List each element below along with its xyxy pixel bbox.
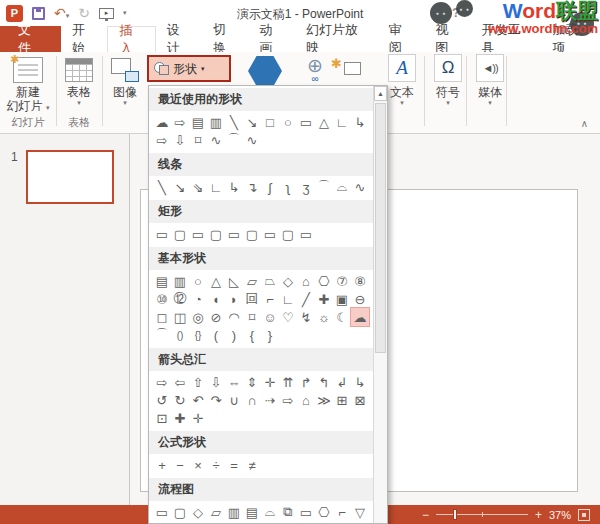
shape-item[interactable]: ◫ bbox=[171, 308, 189, 326]
shape-item[interactable]: ⇨ bbox=[171, 113, 189, 131]
shape-item[interactable]: ∟ bbox=[207, 178, 225, 196]
shape-item[interactable]: ◎ bbox=[189, 308, 207, 326]
start-slideshow-icon[interactable]: ▸ bbox=[99, 8, 114, 19]
collapse-ribbon-icon[interactable]: ∧ bbox=[581, 118, 588, 129]
tab-file[interactable]: 文件 bbox=[0, 26, 61, 52]
shape-item[interactable]: ☺ bbox=[261, 308, 279, 326]
shape-item[interactable]: □ bbox=[261, 113, 279, 131]
shape-item[interactable]: ⊞ bbox=[333, 391, 351, 409]
table-button[interactable]: 表格 ▾ bbox=[58, 54, 100, 106]
shape-item[interactable]: ∿ bbox=[243, 131, 261, 149]
text-button[interactable]: A 文本 ▾ bbox=[382, 54, 422, 106]
shape-item[interactable]: ⌓ bbox=[333, 178, 351, 196]
shape-item[interactable]: ✛ bbox=[261, 373, 279, 391]
shape-item[interactable]: ʃ bbox=[261, 178, 279, 196]
shape-item[interactable]: × bbox=[189, 456, 207, 474]
shape-item[interactable]: ⊘ bbox=[207, 308, 225, 326]
tab-设计[interactable]: 设计 bbox=[156, 26, 202, 52]
shape-item[interactable]: {} bbox=[189, 326, 207, 344]
tab-开发工具[interactable]: 开发工具 bbox=[471, 26, 542, 52]
shape-item[interactable]: ↻ bbox=[171, 391, 189, 409]
shape-item[interactable]: ▭ bbox=[225, 225, 243, 243]
shape-item[interactable]: ʒ bbox=[297, 178, 315, 196]
shape-item[interactable]: ▽ bbox=[351, 503, 369, 521]
symbols-button[interactable]: Ω 符号 ▾ bbox=[428, 54, 468, 106]
shape-item[interactable]: ∿ bbox=[207, 131, 225, 149]
shape-item[interactable]: ↳ bbox=[351, 113, 369, 131]
shape-item[interactable]: △ bbox=[315, 113, 333, 131]
shape-item[interactable]: ⇕ bbox=[243, 373, 261, 391]
shape-item[interactable]: ⌐ bbox=[333, 503, 351, 521]
shape-item[interactable]: ) bbox=[225, 326, 243, 344]
shape-item[interactable]: ⇘ bbox=[189, 178, 207, 196]
undo-button[interactable]: ↶▾ bbox=[54, 4, 69, 22]
shape-item[interactable]: ⌒ bbox=[225, 131, 243, 149]
shape-item[interactable]: ▭ bbox=[297, 225, 315, 243]
shape-item[interactable]: ⌓ bbox=[261, 503, 279, 521]
shape-item[interactable]: ⇧ bbox=[189, 373, 207, 391]
help-icon[interactable]: ? bbox=[452, 5, 460, 20]
shape-item[interactable]: ⏢ bbox=[261, 272, 279, 290]
shape-item[interactable]: ↴ bbox=[243, 178, 261, 196]
media-button[interactable]: ◄)) 媒体 ▾ bbox=[470, 54, 510, 106]
shape-item[interactable]: + bbox=[153, 456, 171, 474]
shape-item[interactable]: ≠ bbox=[243, 456, 261, 474]
shape-item[interactable]: ʅ bbox=[279, 178, 297, 196]
shape-item[interactable]: ⇈ bbox=[279, 373, 297, 391]
smartart-chart-icon[interactable] bbox=[248, 56, 282, 86]
shape-item[interactable]: ⇨ bbox=[153, 131, 171, 149]
shape-item[interactable]: ⇨ bbox=[279, 391, 297, 409]
redo-icon[interactable]: ↻ bbox=[78, 6, 90, 20]
shape-item[interactable]: − bbox=[171, 456, 189, 474]
shape-item[interactable]: ▭ bbox=[153, 225, 171, 243]
shape-item[interactable]: ◠ bbox=[225, 308, 243, 326]
shape-item[interactable]: { bbox=[243, 326, 261, 344]
shape-item[interactable]: ⇢ bbox=[261, 391, 279, 409]
shape-item[interactable]: ⊡ bbox=[153, 409, 171, 427]
shape-item[interactable]: ♡ bbox=[279, 308, 297, 326]
shape-item[interactable]: ⋈ bbox=[261, 521, 279, 523]
shape-item[interactable]: = bbox=[225, 456, 243, 474]
hyperlink-globe-icon[interactable]: ⊕∞ bbox=[303, 56, 327, 82]
shape-item[interactable]: ⧉ bbox=[279, 503, 297, 521]
shape-item[interactable]: ◇ bbox=[189, 503, 207, 521]
shape-item[interactable]: ∩ bbox=[243, 391, 261, 409]
shape-item[interactable]: ↰ bbox=[315, 373, 333, 391]
shape-item[interactable]: ▤ bbox=[243, 503, 261, 521]
scrollbar-thumb[interactable] bbox=[375, 103, 386, 353]
shape-item[interactable]: ◗ bbox=[225, 290, 243, 308]
shape-item[interactable]: ▭ bbox=[297, 503, 315, 521]
zoom-in-button[interactable]: + bbox=[535, 509, 542, 521]
shape-item[interactable]: ⇔ bbox=[225, 373, 243, 391]
shape-item[interactable]: ╲ bbox=[153, 178, 171, 196]
shape-item[interactable]: ▤ bbox=[189, 113, 207, 131]
shape-item[interactable]: ⌐ bbox=[261, 290, 279, 308]
shape-item[interactable]: ▢ bbox=[243, 225, 261, 243]
shape-item[interactable]: ⌂ bbox=[297, 272, 315, 290]
shape-item[interactable]: ✚ bbox=[171, 409, 189, 427]
shapes-button[interactable]: 形状 ▾ bbox=[147, 55, 231, 82]
shape-item[interactable]: ▣ bbox=[333, 290, 351, 308]
shape-item[interactable]: ✛ bbox=[189, 409, 207, 427]
shape-item[interactable]: ∟ bbox=[333, 113, 351, 131]
shape-item[interactable]: ⌂ bbox=[297, 391, 315, 409]
shape-item[interactable]: ∪ bbox=[225, 391, 243, 409]
shape-item[interactable]: ⎔ bbox=[315, 503, 333, 521]
tab-幻灯片放映[interactable]: 幻灯片放映 bbox=[295, 26, 378, 52]
image-button[interactable]: 图像 ▾ bbox=[104, 54, 146, 106]
shape-item[interactable]: ▢ bbox=[171, 503, 189, 521]
shape-item[interactable]: ◖ bbox=[333, 521, 351, 523]
shape-item[interactable]: ○ bbox=[279, 113, 297, 131]
shape-item[interactable]: ∟ bbox=[279, 290, 297, 308]
shape-item[interactable]: ↳ bbox=[351, 373, 369, 391]
shape-item[interactable]: ↘ bbox=[243, 113, 261, 131]
shape-item[interactable]: ◈ bbox=[279, 521, 297, 523]
zoom-slider[interactable] bbox=[436, 509, 528, 520]
shape-item[interactable]: ⊕ bbox=[243, 521, 261, 523]
zoom-slider-handle[interactable] bbox=[453, 509, 457, 520]
zoom-out-button[interactable]: − bbox=[422, 509, 429, 521]
shape-item[interactable]: ◔ bbox=[189, 290, 207, 308]
shape-item[interactable]: ⊗ bbox=[225, 521, 243, 523]
shape-item[interactable]: ↺ bbox=[153, 391, 171, 409]
shape-item[interactable]: ⌒ bbox=[153, 326, 171, 344]
